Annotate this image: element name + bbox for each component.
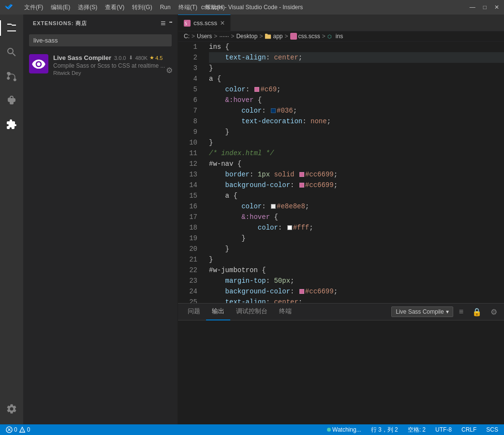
status-bar: 0 ! 0 Watching... 行 3，列 2 空格: 2 UTF-8 CR… [0, 424, 504, 435]
code-line-21: } [209, 254, 504, 265]
panel-lock-icon[interactable]: 🔒 [469, 306, 485, 318]
extension-description: Compile Sass or Scss to CSS at realtime … [53, 62, 172, 69]
extension-author: Ritwick Dey [53, 70, 172, 76]
activity-item-debug[interactable] [0, 89, 23, 112]
panel-tab-problems[interactable]: 问题 [182, 304, 206, 320]
extension-settings-icon[interactable]: ⚙ [166, 66, 173, 75]
breadcrumb-app: app [265, 33, 282, 40]
status-encoding[interactable]: UTF-8 [433, 424, 454, 435]
status-bar-right: Watching... 行 3，列 2 空格: 2 UTF-8 CRLF SCS [325, 424, 500, 435]
tab-bar: S css.scss × [178, 14, 504, 31]
filter-icon[interactable]: ≡ [161, 18, 166, 29]
svg-text:⬡: ⬡ [327, 34, 332, 39]
warning-count: 0 [27, 426, 30, 433]
code-content[interactable]: ins { text-align: center; } a { color: [201, 42, 504, 303]
menu-run[interactable]: Run [160, 4, 171, 11]
code-line-18: color: #fff; [209, 222, 504, 233]
menu-terminal[interactable]: 终端(T) [178, 3, 197, 12]
menu-file[interactable]: 文件(F) [24, 3, 43, 12]
panel-tab-output[interactable]: 输出 [206, 304, 230, 320]
panel-tab-right: Live Sass Compile ▾ ≡ 🔒 ⚙ [391, 306, 500, 318]
code-line-12: #w-nav { [209, 159, 504, 169]
status-line-col[interactable]: 行 3，列 2 [369, 424, 400, 435]
code-line-25: text-align: center; [209, 297, 504, 303]
breadcrumb-file: css.scss [290, 33, 320, 40]
tab-css-scss[interactable]: S css.scss × [178, 14, 231, 31]
menu-goto[interactable]: 转到(G) [132, 3, 152, 12]
debug-icon [6, 95, 17, 106]
code-line-5: color: #c69; [209, 84, 504, 95]
tab-close-button[interactable]: × [220, 19, 224, 27]
vscode-logo-icon [5, 3, 13, 11]
breadcrumb-desktop: Desktop [236, 33, 257, 40]
status-spaces[interactable]: 空格: 2 [406, 424, 428, 435]
code-line-7: color: #036; [209, 105, 504, 116]
code-line-13: border: 1px solid #cc6699; [209, 169, 504, 180]
language-text: SCS [486, 426, 498, 433]
menu-select[interactable]: 选择(S) [78, 3, 97, 12]
maximize-button[interactable]: □ [483, 4, 487, 11]
source-control-icon [6, 71, 17, 82]
activity-item-settings[interactable] [0, 397, 23, 420]
files-icon [6, 22, 17, 34]
status-errors[interactable]: 0 ! 0 [4, 424, 32, 435]
extension-item-live-sass[interactable]: Live Sass Compiler 3.0.0 ⬇ 480K ★ 4.5 Co… [23, 50, 178, 80]
panel-tab-terminal[interactable]: 终端 [273, 304, 297, 320]
titlebar: 文件(F) 编辑(E) 选择(S) 查看(V) 转到(G) Run 终端(T) … [0, 0, 504, 14]
status-watching[interactable]: Watching... [325, 424, 363, 435]
code-line-17: &:hover { [209, 212, 504, 222]
code-line-10: } [209, 137, 504, 148]
search-icon [6, 46, 17, 58]
menu-view[interactable]: 查看(V) [105, 3, 124, 12]
menu-bar[interactable]: 文件(F) 编辑(E) 选择(S) 查看(V) 转到(G) Run 终端(T) … [5, 3, 225, 12]
svg-text:S: S [185, 22, 187, 26]
code-line-16: color: #e8e8e8; [209, 201, 504, 212]
menu-edit[interactable]: 编辑(E) [51, 3, 70, 12]
code-line-2: text-align: center; [209, 52, 504, 63]
extension-name-row: Live Sass Compiler 3.0.0 ⬇ 480K ★ 4.5 [53, 54, 172, 61]
sidebar-header-icons[interactable]: ≡ ··· [161, 18, 172, 29]
panel-content [178, 320, 504, 424]
panel-settings-icon[interactable]: ⚙ [488, 306, 500, 318]
panel-tabs: 问题 输出 调试控制台 终端 Live Sass Compile ▾ ≡ 🔒 ⚙ [178, 304, 504, 320]
activity-item-search[interactable] [0, 41, 23, 64]
code-editor[interactable]: 1 2 3 4 5 6 7 8 9 10 11 12 13 14 15 16 1… [178, 42, 504, 303]
extension-name: Live Sass Compiler [53, 54, 111, 61]
line-ending-text: CRLF [461, 426, 476, 433]
sidebar-header: EXTENSIONS: 商店 ≡ ··· [23, 14, 178, 32]
folder-icon [265, 33, 271, 40]
status-line-ending[interactable]: CRLF [460, 424, 478, 435]
eye-icon [31, 57, 46, 71]
warning-icon: ! [19, 426, 26, 433]
minimize-button[interactable]: — [470, 4, 475, 11]
svg-text:!: ! [22, 429, 23, 432]
code-line-6: &:hover { [209, 95, 504, 105]
close-button[interactable]: ✕ [494, 4, 499, 11]
code-line-3: } [209, 63, 504, 73]
breadcrumb-username: ······ [219, 33, 229, 40]
extension-icon-live-sass [29, 54, 48, 73]
panel-lines-icon[interactable]: ≡ [456, 306, 466, 318]
panel-output-selector[interactable]: Live Sass Compile ▾ [391, 306, 453, 317]
code-line-20: } [209, 244, 504, 254]
breadcrumb-symbol: ⬡ ins [327, 33, 343, 40]
activity-item-source-control[interactable] [0, 65, 23, 88]
status-language[interactable]: SCS [484, 424, 500, 435]
code-line-15: a { [209, 190, 504, 201]
extension-info: Live Sass Compiler 3.0.0 ⬇ 480K ★ 4.5 Co… [53, 54, 172, 76]
breadcrumb-users: Users [197, 33, 212, 40]
more-actions-icon[interactable]: ··· [169, 18, 172, 29]
activity-item-extensions[interactable] [0, 113, 23, 136]
tab-label: css.scss [193, 19, 217, 27]
watching-dot [327, 428, 331, 432]
panel-tab-debug-console[interactable]: 调试控制台 [230, 304, 273, 320]
search-box[interactable] [29, 34, 172, 46]
breadcrumb-drive: C: [184, 33, 190, 40]
search-input[interactable] [29, 34, 172, 46]
code-line-8: text-decoration: none; [209, 116, 504, 127]
window-controls[interactable]: — □ ✕ [470, 4, 499, 11]
chevron-down-icon: ▾ [446, 308, 449, 315]
activity-item-explorer[interactable] [0, 16, 23, 40]
extensions-icon [6, 119, 17, 130]
code-line-24: background-color: #cc6699; [209, 286, 504, 297]
